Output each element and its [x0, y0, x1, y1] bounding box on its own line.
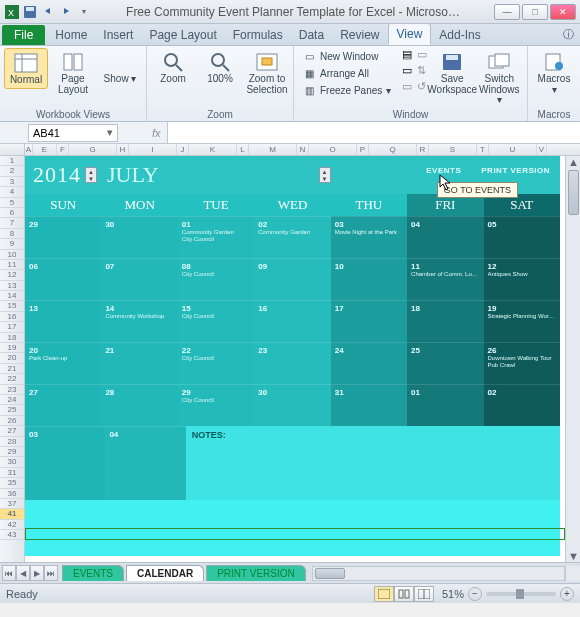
row-header-1[interactable]: 1: [0, 156, 24, 166]
calendar-day[interactable]: 01: [407, 384, 483, 426]
row-header-10[interactable]: 10: [0, 250, 24, 260]
row-header-5[interactable]: 5: [0, 198, 24, 208]
calendar-day[interactable]: 24: [331, 342, 407, 384]
calendar-day[interactable]: 10: [331, 258, 407, 300]
zoom-out-button[interactable]: −: [468, 587, 482, 601]
save-icon[interactable]: [22, 4, 38, 20]
row-header-17[interactable]: 17: [0, 322, 24, 332]
row-header-29[interactable]: 29: [0, 447, 24, 457]
spinner-down-icon[interactable]: ▼: [320, 175, 330, 182]
row-header-43[interactable]: 43: [0, 530, 24, 540]
close-button[interactable]: ✕: [550, 4, 576, 20]
zoom-in-button[interactable]: +: [560, 587, 574, 601]
ribbon-tab-page-layout[interactable]: Page Layout: [141, 25, 224, 45]
column-header-Q[interactable]: Q: [369, 144, 417, 155]
zoom-100-button[interactable]: 100%: [198, 48, 242, 87]
row-header-23[interactable]: 23: [0, 385, 24, 395]
print-version-link[interactable]: PRINT VERSION: [481, 166, 550, 175]
row-header-2[interactable]: 2: [0, 166, 24, 176]
column-header-M[interactable]: M: [249, 144, 297, 155]
column-header-V[interactable]: V: [537, 144, 547, 155]
row-header-27[interactable]: 27: [0, 426, 24, 436]
calendar-day[interactable]: 13: [25, 300, 101, 342]
column-header-K[interactable]: K: [189, 144, 237, 155]
row-header-9[interactable]: 9: [0, 239, 24, 249]
freeze-panes-button[interactable]: ▥Freeze Panes ▾: [298, 82, 395, 98]
calendar-day[interactable]: 22City Council: [178, 342, 254, 384]
scroll-down-icon[interactable]: ▼: [566, 550, 580, 562]
calendar-day[interactable]: 12Antiques Show: [484, 258, 560, 300]
maximize-button[interactable]: □: [522, 4, 548, 20]
calendar-day[interactable]: 30: [254, 384, 330, 426]
row-header-19[interactable]: 19: [0, 343, 24, 353]
ribbon-tab-add-ins[interactable]: Add-Ins: [431, 25, 488, 45]
arrange-all-button[interactable]: ▦Arrange All: [298, 65, 395, 81]
calendar-day[interactable]: 19Strategic Planning Workshop: [484, 300, 560, 342]
zoom-slider-knob[interactable]: [516, 589, 524, 599]
undo-icon[interactable]: [40, 4, 56, 20]
qat-dropdown-icon[interactable]: ▾: [76, 4, 92, 20]
ribbon-tab-formulas[interactable]: Formulas: [225, 25, 291, 45]
calendar-day[interactable]: 29: [25, 216, 101, 258]
reset-pos-icon[interactable]: ↺: [417, 80, 427, 93]
row-header-20[interactable]: 20: [0, 353, 24, 363]
scroll-up-icon[interactable]: ▲: [566, 156, 580, 168]
calendar-day-next-04[interactable]: 04: [105, 426, 185, 500]
calendar-day[interactable]: 02: [484, 384, 560, 426]
row-header-21[interactable]: 21: [0, 364, 24, 374]
zoom-to-selection-button[interactable]: Zoom to Selection: [245, 48, 289, 97]
ribbon-tab-data[interactable]: Data: [291, 25, 332, 45]
column-header-E[interactable]: E: [33, 144, 57, 155]
row-header-24[interactable]: 24: [0, 395, 24, 405]
row-header-16[interactable]: 16: [0, 312, 24, 322]
row-header-37[interactable]: 37: [0, 499, 24, 509]
calendar-day[interactable]: 08City Council: [178, 258, 254, 300]
name-box-dropdown-icon[interactable]: ▾: [107, 126, 113, 139]
spinner-up-icon[interactable]: ▲: [86, 168, 96, 175]
notes-cell[interactable]: NOTES:: [186, 426, 560, 500]
calendar-day[interactable]: 03Movie Night at the Park: [331, 216, 407, 258]
select-all-corner[interactable]: [0, 144, 25, 155]
calendar-day[interactable]: 04: [407, 216, 483, 258]
minimize-button[interactable]: —: [494, 4, 520, 20]
calendar-day[interactable]: 09: [254, 258, 330, 300]
formula-input[interactable]: [167, 122, 580, 143]
calendar-day[interactable]: 18: [407, 300, 483, 342]
ribbon-help-icon[interactable]: ⓘ: [557, 24, 580, 45]
column-headers[interactable]: AEFGHIJKLMNOPQRSTUV: [0, 144, 580, 156]
row-header-11[interactable]: 11: [0, 260, 24, 270]
column-header-P[interactable]: P: [357, 144, 369, 155]
tab-nav-last-icon[interactable]: ⏭: [44, 565, 58, 581]
calendar-day[interactable]: 07: [101, 258, 177, 300]
calendar-day[interactable]: 14Community Workshop: [101, 300, 177, 342]
save-workspace-button[interactable]: Save Workspace: [430, 48, 474, 97]
calendar-day[interactable]: 06: [25, 258, 101, 300]
ribbon-tab-insert[interactable]: Insert: [95, 25, 141, 45]
scroll-thumb[interactable]: [568, 170, 579, 215]
row-header-22[interactable]: 22: [0, 374, 24, 384]
row-header-12[interactable]: 12: [0, 270, 24, 280]
row-headers[interactable]: 1234567891011121314151617181920212223242…: [0, 156, 25, 562]
horizontal-scrollbar[interactable]: [312, 566, 565, 581]
calendar-day[interactable]: 26Downtown Walking TourPub Crawl: [484, 342, 560, 384]
spinner-down-icon[interactable]: ▼: [86, 175, 96, 182]
row-header-42[interactable]: 42: [0, 520, 24, 530]
zoom-percent[interactable]: 51%: [442, 588, 464, 600]
zoom-slider[interactable]: [486, 592, 556, 596]
row-header-18[interactable]: 18: [0, 333, 24, 343]
calendar-day-next-03[interactable]: 03: [25, 426, 105, 500]
calendar-day[interactable]: 11Chamber of Comm. Luncheon: [407, 258, 483, 300]
row-header-25[interactable]: 25: [0, 405, 24, 415]
calendar-day[interactable]: 20Park Clean-up: [25, 342, 101, 384]
ribbon-tab-view[interactable]: View: [388, 23, 432, 45]
row-header-4[interactable]: 4: [0, 187, 24, 197]
zoom-button[interactable]: Zoom: [151, 48, 195, 87]
vertical-scrollbar[interactable]: ▲ ▼: [565, 156, 580, 562]
column-header-R[interactable]: R: [417, 144, 429, 155]
calendar-day[interactable]: 23: [254, 342, 330, 384]
column-header-F[interactable]: F: [57, 144, 69, 155]
row-header-28[interactable]: 28: [0, 437, 24, 447]
tab-nav-prev-icon[interactable]: ◀: [16, 565, 30, 581]
calendar-day[interactable]: 05: [484, 216, 560, 258]
calendar-day[interactable]: 21: [101, 342, 177, 384]
